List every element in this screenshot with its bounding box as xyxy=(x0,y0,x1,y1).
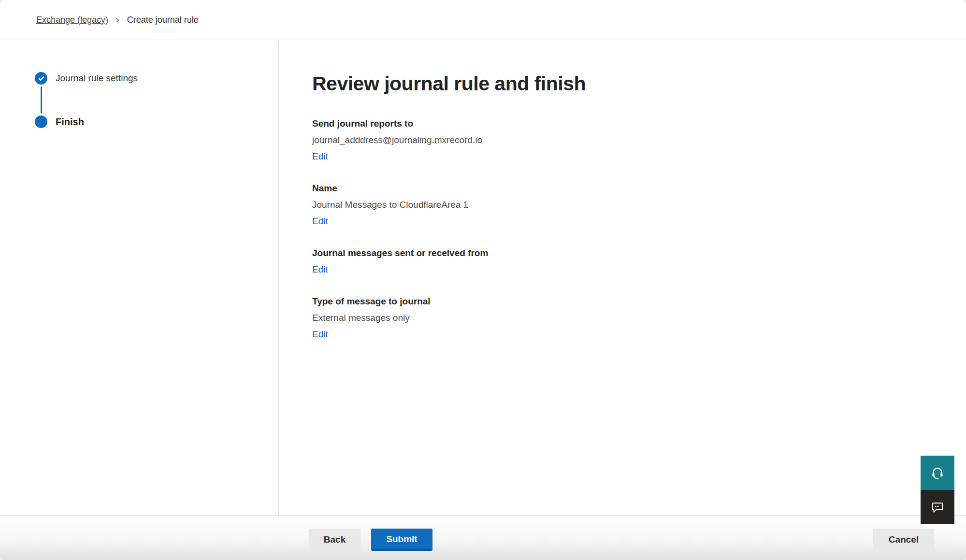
completed-check-icon xyxy=(35,72,47,85)
back-button[interactable]: Back xyxy=(309,529,360,551)
section-send-journal-reports-to: Send journal reports to journal_adddress… xyxy=(312,115,966,165)
action-bar: Back Submit Cancel xyxy=(0,516,966,560)
edit-send-journal-reports-link[interactable]: Edit xyxy=(312,148,328,165)
help-button[interactable] xyxy=(921,456,954,490)
wizard-steps-panel: Journal rule settings Finish xyxy=(0,41,279,516)
breadcrumb-link-exchange-legacy[interactable]: Exchange (legacy) xyxy=(36,15,108,25)
current-step-dot-icon xyxy=(35,115,47,128)
section-label: Send journal reports to xyxy=(312,115,966,132)
journal-report-address-value: journal_adddress@journaling.mxrecord.io xyxy=(312,132,966,148)
rule-name-value: Journal Messages to CloudflareArea 1 xyxy=(312,197,966,213)
wizard-step-label: Journal rule settings xyxy=(56,73,138,84)
wizard-step-finish[interactable]: Finish xyxy=(35,115,138,128)
breadcrumb-current-page: Create journal rule xyxy=(127,15,199,25)
review-content: Review journal rule and finish Send jour… xyxy=(279,41,966,516)
section-label: Journal messages sent or received from xyxy=(312,245,966,261)
wizard-step-list: Journal rule settings Finish xyxy=(35,72,138,128)
cancel-button[interactable]: Cancel xyxy=(873,529,934,551)
submit-button[interactable]: Submit xyxy=(371,529,433,551)
feedback-button[interactable] xyxy=(921,490,954,524)
section-label: Type of message to journal xyxy=(312,293,966,310)
wizard-step-label: Finish xyxy=(56,116,84,128)
edit-scope-link[interactable]: Edit xyxy=(312,261,328,278)
step-connector-line xyxy=(41,86,42,114)
edit-name-link[interactable]: Edit xyxy=(312,213,328,230)
chevron-right-icon: › xyxy=(116,14,119,24)
message-type-value: External messages only xyxy=(312,310,966,326)
section-name: Name Journal Messages to CloudflareArea … xyxy=(312,180,966,230)
section-label: Name xyxy=(312,180,966,197)
breadcrumb: Exchange (legacy) › Create journal rule xyxy=(0,0,966,40)
section-type-of-message: Type of message to journal External mess… xyxy=(312,293,966,343)
review-sections: Send journal reports to journal_adddress… xyxy=(312,115,966,343)
wizard-step-journal-rule-settings[interactable]: Journal rule settings xyxy=(35,72,138,85)
headset-icon xyxy=(930,466,945,480)
edit-message-type-link[interactable]: Edit xyxy=(312,326,328,343)
exchange-admin-window: Exchange (legacy) › Create journal rule … xyxy=(0,0,966,560)
section-journal-messages-sent-or-received: Journal messages sent or received from E… xyxy=(312,245,966,278)
chat-icon xyxy=(930,500,945,515)
floating-action-buttons xyxy=(921,456,954,524)
page-title: Review journal rule and finish xyxy=(312,70,966,97)
